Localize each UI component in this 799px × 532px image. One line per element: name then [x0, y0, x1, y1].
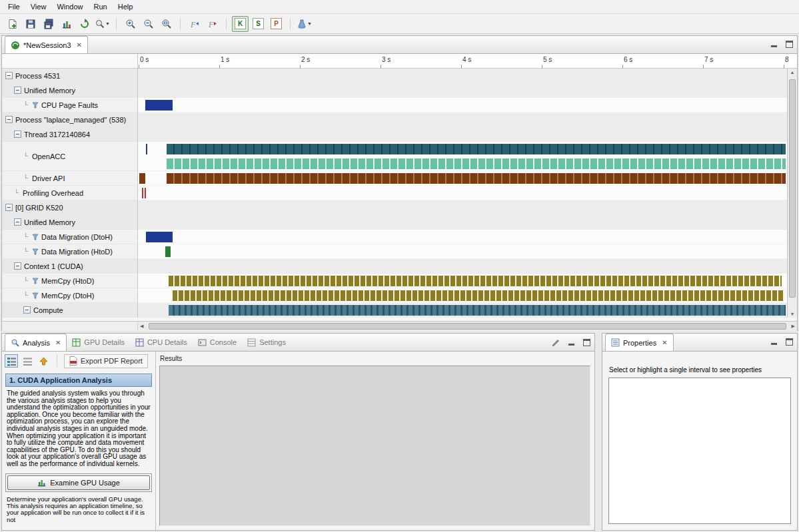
view-menu-icon[interactable]	[551, 338, 560, 347]
maximize-icon[interactable]	[583, 339, 590, 346]
collapse-icon[interactable]: −	[5, 72, 13, 79]
next-marker-button[interactable]: F	[204, 16, 221, 32]
zoom-in-button[interactable]	[122, 16, 139, 32]
timeline-row-label[interactable]: └CPU Page Faults	[2, 98, 138, 113]
timeline-interval-bar[interactable]	[146, 232, 173, 242]
tab-session[interactable]: *NewSession3 ✕	[5, 36, 88, 53]
timeline-row-label[interactable]: −[0] GRID K520	[2, 200, 138, 215]
filter-funnel-icon[interactable]	[32, 234, 39, 240]
scroll-down-icon[interactable]: ▼	[788, 312, 797, 316]
kernel-toggle-button[interactable]: K	[232, 16, 249, 32]
back-up-button[interactable]	[37, 354, 50, 368]
timeline-track[interactable]	[138, 274, 797, 288]
timeline-row-label[interactable]: −Thread 3172140864	[2, 127, 138, 142]
timeline-track[interactable]	[138, 186, 797, 200]
timeline-track[interactable]	[138, 230, 797, 244]
timeline-interval-bar[interactable]	[142, 188, 143, 198]
timeline-track[interactable]	[138, 288, 797, 303]
menu-view[interactable]: View	[25, 1, 52, 13]
timeline-track[interactable]	[138, 303, 797, 318]
timeline-track[interactable]	[138, 244, 797, 259]
timeline-row-label[interactable]: −Compute	[2, 303, 138, 318]
minimize-icon[interactable]	[770, 338, 778, 346]
timeline-track[interactable]	[138, 215, 797, 230]
timeline-row-label[interactable]: └MemCpy (HtoD)	[2, 274, 138, 288]
timeline-track[interactable]	[138, 259, 797, 274]
horizontal-scrollbar[interactable]: ◀ ▶	[138, 322, 797, 331]
tab-console[interactable]: Console	[193, 334, 242, 351]
timeline-track[interactable]	[138, 98, 797, 113]
scroll-right-icon[interactable]: ▶	[792, 324, 795, 329]
timeline-row-label[interactable]: −Context 1 (CUDA)	[2, 259, 138, 274]
maximize-icon[interactable]	[786, 41, 793, 48]
process-toggle-button[interactable]: P	[268, 16, 285, 32]
timeline-interval-bar[interactable]	[167, 158, 786, 169]
export-pdf-button[interactable]: Export PDF Report	[64, 354, 148, 368]
zoom-fit-button[interactable]	[158, 16, 175, 32]
save-button[interactable]	[22, 16, 39, 32]
collapse-icon[interactable]: −	[23, 306, 31, 314]
analysis-section-title[interactable]: 1. CUDA Application Analysis	[5, 374, 152, 387]
timeline-interval-bar[interactable]	[145, 100, 173, 111]
timeline-interval-bar[interactable]	[167, 173, 786, 184]
tab-analysis[interactable]: Analysis ✕	[5, 334, 67, 351]
timeline-row-label[interactable]: └OpenACC	[2, 142, 138, 171]
examine-gpu-usage-button[interactable]: Examine GPU Usage	[7, 475, 150, 490]
filter-funnel-icon[interactable]	[32, 102, 39, 109]
tab-settings[interactable]: Settings	[242, 334, 291, 351]
close-icon[interactable]: ✕	[55, 339, 61, 346]
close-icon[interactable]: ✕	[662, 339, 667, 346]
tab-cpu-details[interactable]: CPU Details	[130, 334, 193, 351]
scroll-left-icon[interactable]: ◀	[140, 324, 143, 329]
menu-window[interactable]: Window	[51, 1, 88, 13]
save-all-button[interactable]	[40, 16, 57, 32]
timeline-row-label[interactable]: └Profiling Overhead	[2, 186, 138, 200]
menu-file[interactable]: File	[3, 1, 25, 13]
timeline-interval-bar[interactable]	[169, 276, 782, 286]
timeline-track[interactable]	[138, 171, 797, 186]
minimize-icon[interactable]	[568, 339, 575, 346]
tab-gpu-details[interactable]: GPU Details	[67, 334, 130, 351]
timeline-track[interactable]	[138, 200, 797, 215]
new-session-button[interactable]	[4, 16, 21, 32]
collapse-icon[interactable]: −	[5, 204, 13, 211]
tab-properties[interactable]: Properties ✕	[605, 334, 674, 351]
horizontal-scroll-thumb[interactable]	[149, 323, 786, 330]
run-analysis-button[interactable]: ▼	[296, 16, 313, 32]
timeline-interval-bar[interactable]	[139, 173, 145, 184]
timeline-row-label[interactable]: └Data Migration (DtoH)	[2, 230, 138, 244]
collapse-icon[interactable]: −	[14, 131, 21, 138]
timeline-interval-bar[interactable]	[173, 290, 784, 301]
timeline-interval-bar[interactable]	[167, 144, 786, 154]
stream-toggle-button[interactable]: S	[250, 16, 267, 32]
timeline-track[interactable]	[138, 127, 797, 142]
timeline-row-label[interactable]: └MemCpy (DtoH)	[2, 288, 138, 303]
collapse-icon[interactable]: −	[14, 218, 21, 226]
timeline-row-label[interactable]: −Process "laplace_managed" (538)	[2, 113, 138, 127]
timeline-interval-bar[interactable]	[146, 144, 147, 154]
timeline-interval-bar[interactable]	[165, 246, 171, 257]
unguided-mode-button[interactable]	[21, 354, 34, 368]
timeline-row-label[interactable]: −Process 4531	[2, 69, 138, 83]
timeline-track[interactable]	[138, 142, 797, 171]
minimize-icon[interactable]	[770, 41, 778, 48]
close-icon[interactable]: ✕	[77, 41, 82, 49]
previous-marker-button[interactable]: F	[186, 16, 203, 32]
timeline-track[interactable]	[138, 83, 797, 98]
filter-funnel-icon[interactable]	[32, 278, 39, 284]
menu-help[interactable]: Help	[113, 1, 139, 13]
timeline-row-label[interactable]: └Data Migration (HtoD)	[2, 244, 138, 259]
maximize-icon[interactable]	[786, 338, 793, 346]
timeline-interval-bar[interactable]	[145, 188, 146, 198]
timeline-track[interactable]	[138, 69, 797, 83]
menu-run[interactable]: Run	[89, 1, 113, 13]
timeline-row-label[interactable]: −Unified Memory	[2, 83, 138, 98]
timeline-row-label[interactable]: └Driver API	[2, 171, 138, 186]
collapse-icon[interactable]: −	[14, 262, 21, 270]
collapse-icon[interactable]: −	[14, 87, 21, 94]
timeline-row-label[interactable]: −Unified Memory	[2, 215, 138, 230]
refresh-timeline-button[interactable]	[76, 16, 93, 32]
vertical-scroll-thumb[interactable]	[789, 79, 796, 298]
collapse-icon[interactable]: −	[5, 116, 13, 123]
timeline-interval-bar[interactable]	[169, 305, 786, 316]
